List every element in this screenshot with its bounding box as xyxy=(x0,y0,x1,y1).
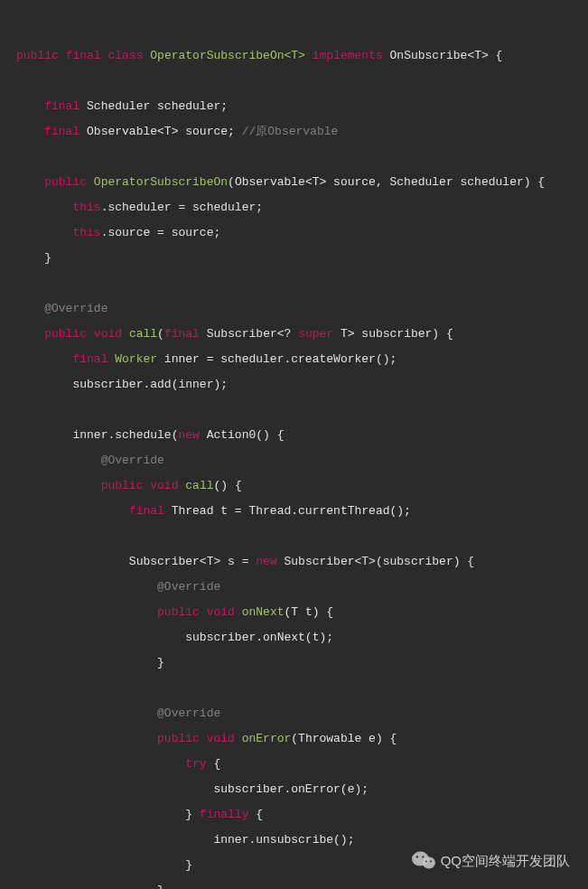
kw-void: void xyxy=(94,327,122,341)
kw-public: public xyxy=(44,175,87,189)
wechat-icon xyxy=(412,850,435,873)
ctor-name: OperatorSubscribeOn xyxy=(94,175,228,189)
kw-public: public xyxy=(44,327,87,341)
annotation-override: @Override xyxy=(157,580,220,594)
txt: Subscriber<? xyxy=(200,327,298,341)
kw-void: void xyxy=(150,479,178,492)
annotation-override: @Override xyxy=(101,454,164,467)
kw-public: public xyxy=(157,732,200,745)
kw-this: this xyxy=(72,201,100,214)
txt: T> subscriber) { xyxy=(333,327,453,341)
kw-new: new xyxy=(178,428,199,442)
paren: ( xyxy=(157,327,164,341)
svg-point-1 xyxy=(422,856,434,868)
kw-public: public xyxy=(157,605,200,619)
svg-point-2 xyxy=(415,856,417,857)
method-onerror: onError xyxy=(242,732,292,745)
field-decl: Observable<T> source; xyxy=(87,125,235,138)
brace-close: } xyxy=(44,251,51,265)
kw-final: final xyxy=(164,327,200,341)
kw-implements: implements xyxy=(313,49,383,62)
annotation-override: @Override xyxy=(44,302,107,315)
watermark: QQ空间终端开发团队 xyxy=(412,850,570,873)
method-call: call xyxy=(185,479,213,492)
txt: { xyxy=(248,808,263,821)
kw-void: void xyxy=(207,732,235,745)
kw-final: final xyxy=(66,49,101,62)
kw-class: class xyxy=(107,49,143,62)
comment: //原Observable xyxy=(242,125,339,138)
stmt: subscriber.add(inner); xyxy=(72,378,228,391)
txt: Subscriber<T>(subscriber) { xyxy=(277,555,474,568)
brace-close: } xyxy=(157,656,164,669)
code-editor: public final class OperatorSubscribeOn<T… xyxy=(0,0,588,889)
watermark-text: QQ空间终端开发团队 xyxy=(441,853,570,870)
kw-final: final xyxy=(44,125,79,138)
method-call: call xyxy=(129,327,157,341)
txt: { xyxy=(207,757,221,771)
txt: Action0() { xyxy=(200,428,285,442)
type-worker: Worker xyxy=(107,352,157,366)
kw-void: void xyxy=(207,605,235,619)
kw-finally: finally xyxy=(200,808,249,821)
brace-close: } xyxy=(157,884,164,889)
annotation-override: @Override xyxy=(157,707,220,720)
txt: Thread t = Thread.currentThread(); xyxy=(164,504,411,518)
assign: .scheduler = scheduler; xyxy=(101,201,263,214)
txt: } xyxy=(185,808,200,821)
field-decl: Scheduler scheduler; xyxy=(87,99,228,113)
txt: () { xyxy=(214,479,242,492)
kw-public: public xyxy=(16,49,59,62)
stmt: inner.unsubscribe(); xyxy=(213,833,354,847)
kw-final: final xyxy=(44,99,79,113)
class-name: OperatorSubscribeOn<T> xyxy=(150,49,305,62)
kw-final: final xyxy=(72,352,107,366)
txt: (T t) { xyxy=(285,605,334,619)
svg-point-5 xyxy=(430,861,432,863)
stmt: subscriber.onError(e); xyxy=(213,782,369,796)
txt: inner.schedule( xyxy=(72,428,178,442)
kw-try: try xyxy=(185,757,206,771)
method-onnext: onNext xyxy=(242,605,285,619)
txt: inner = scheduler.createWorker(); xyxy=(157,352,397,366)
txt: Subscriber<T> s = xyxy=(129,555,256,568)
assign: .source = source; xyxy=(101,226,221,239)
ctor-params: (Observable<T> source, Scheduler schedul… xyxy=(228,175,545,189)
kw-final: final xyxy=(129,504,164,518)
svg-point-4 xyxy=(425,861,427,863)
svg-point-3 xyxy=(422,856,424,857)
kw-this: this xyxy=(72,226,100,239)
stmt: subscriber.onNext(t); xyxy=(185,631,333,644)
kw-super: super xyxy=(298,327,333,341)
brace: { xyxy=(496,49,503,62)
brace-close: } xyxy=(185,858,192,872)
kw-new: new xyxy=(256,555,276,568)
iface: OnSubscribe<T> xyxy=(390,49,489,62)
kw-public: public xyxy=(101,479,144,492)
txt: (Throwable e) { xyxy=(291,732,397,745)
